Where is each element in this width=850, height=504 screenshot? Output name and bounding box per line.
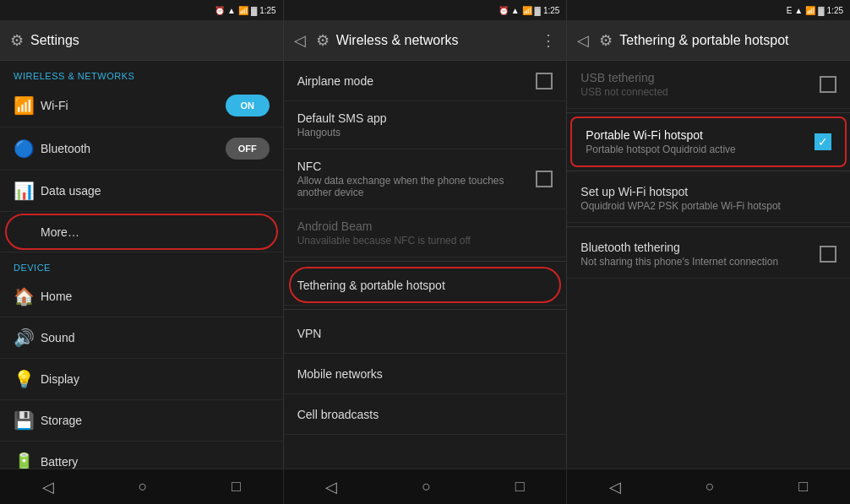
wifi-toggle-on[interactable]: ON <box>226 95 270 117</box>
tethering-back-icon[interactable]: ◁ <box>577 31 589 50</box>
nfc-checkbox-box[interactable] <box>536 171 553 187</box>
tethering-title: Tethering & portable hotspot <box>297 279 553 292</box>
time-1: 1:25 <box>259 6 275 15</box>
bluetooth-toggle[interactable]: OFF <box>226 138 270 160</box>
airplane-mode-title: Airplane mode <box>297 74 537 88</box>
wireless-section-label: WIRELESS & NETWORKS <box>0 61 283 84</box>
bluetooth-title: Bluetooth <box>41 142 226 155</box>
bt-tethering-item[interactable]: Bluetooth tethering Not sharing this pho… <box>567 230 850 279</box>
vpn-item[interactable]: VPN <box>284 313 567 354</box>
wireless-gear-icon: ⚙ <box>316 31 330 50</box>
panel-wireless: ◁ ⚙ Wireless & networks ⋮ Airplane mode … <box>284 20 568 469</box>
airplane-checkbox[interactable] <box>536 73 553 89</box>
hotspot-divider <box>567 112 850 113</box>
portable-hotspot-subtitle: Portable hotspot Oquidroid active <box>586 144 815 155</box>
default-sms-item[interactable]: Default SMS app Hangouts <box>284 101 567 149</box>
nfc-subtitle: Allow data exchange when the phone touch… <box>297 175 537 198</box>
data-usage-icon: 📊 <box>14 181 41 201</box>
nfc-checkbox[interactable] <box>536 171 553 187</box>
default-sms-subtitle: Hangouts <box>297 127 553 138</box>
sound-item[interactable]: 🔊 Sound <box>0 317 283 359</box>
bt-tethering-checkbox-box[interactable] <box>820 246 836 263</box>
storage-icon: 💾 <box>14 410 41 431</box>
tethering-divider <box>284 261 567 262</box>
home-button-3[interactable]: ○ <box>692 471 728 502</box>
alarm-icon-2: ⏰ <box>499 6 509 15</box>
mobile-networks-item[interactable]: Mobile networks <box>284 354 567 394</box>
bluetooth-item[interactable]: 🔵 Bluetooth OFF <box>0 127 283 171</box>
bluetooth-icon: 🔵 <box>14 138 41 159</box>
recent-button-1[interactable]: □ <box>218 471 254 502</box>
setup-hotspot-subtitle: Oquidroid WPA2 PSK portable Wi-Fi hotspo… <box>580 200 836 212</box>
portable-hotspot-checkbox-box[interactable]: ✓ <box>815 133 831 150</box>
alarm-icon-3: E <box>787 6 793 15</box>
bt-tethering-checkbox[interactable] <box>820 246 836 263</box>
bt-tethering-title: Bluetooth tethering <box>580 241 820 254</box>
back-button-2[interactable]: ◁ <box>312 471 351 503</box>
panel-settings: ⚙ Settings WIRELESS & NETWORKS 📶 Wi-Fi O… <box>0 20 284 469</box>
back-button-3[interactable]: ◁ <box>596 471 635 503</box>
tethering-header: ◁ ⚙ Tethering & portable hotspot <box>567 20 850 61</box>
wifi-toggle[interactable]: ON <box>226 95 270 117</box>
display-item[interactable]: 💡 Display <box>0 359 283 400</box>
signal-icon-2: ▲ <box>511 6 520 15</box>
nav-bars: ◁ ○ □ ◁ ○ □ ◁ ○ □ <box>0 469 850 504</box>
setup-hotspot-title: Set up Wi-Fi hotspot <box>580 185 836 198</box>
recent-button-3[interactable]: □ <box>785 471 821 502</box>
tethering-item[interactable]: Tethering & portable hotspot <box>284 265 567 306</box>
more-item[interactable]: More… <box>0 212 283 252</box>
mobile-networks-title: Mobile networks <box>297 367 553 381</box>
settings-title: Settings <box>30 33 273 48</box>
battery-icon: ▓ <box>251 6 257 15</box>
status-bar-3: E ▲ 📶 ▓ 1:25 <box>567 0 850 20</box>
home-item[interactable]: 🏠 Home <box>0 276 283 317</box>
time-3: 1:25 <box>827 6 843 15</box>
wireless-title: Wireless & networks <box>336 33 535 48</box>
status-icons-3: E ▲ 📶 ▓ 1:25 <box>787 6 843 15</box>
settings-content: WIRELESS & NETWORKS 📶 Wi-Fi ON 🔵 Bluetoo… <box>0 61 283 469</box>
tethering-content: USB tethering USB not connected Portable… <box>567 61 850 469</box>
portable-hotspot-wrapper: Portable Wi-Fi hotspot Portable hotspot … <box>570 117 847 167</box>
display-title: Display <box>41 372 270 386</box>
recent-button-2[interactable]: □ <box>502 471 538 502</box>
battery-icon-item: 🔋 <box>14 452 41 469</box>
usb-tethering-checkbox <box>820 76 836 93</box>
android-beam-item: Android Beam Unavailable because NFC is … <box>284 209 567 257</box>
portable-hotspot-title: Portable Wi-Fi hotspot <box>586 128 815 142</box>
status-icons-1: ⏰ ▲ 📶 ▓ 1:25 <box>215 6 276 15</box>
storage-item[interactable]: 💾 Storage <box>0 400 283 442</box>
battery-icon-3: ▓ <box>818 6 824 15</box>
battery-item[interactable]: 🔋 Battery <box>0 442 283 469</box>
wifi-item[interactable]: 📶 Wi-Fi ON <box>0 84 283 127</box>
usb-tethering-title: USB tethering <box>580 71 820 84</box>
bt-tethering-subtitle: Not sharing this phone's Internet connec… <box>580 256 820 268</box>
bt-tethering-divider <box>567 226 850 227</box>
nav-bar-3: ◁ ○ □ <box>567 469 850 504</box>
tethering-panel-title: Tethering & portable hotspot <box>619 33 840 48</box>
tethering-gear-icon: ⚙ <box>599 31 613 50</box>
airplane-checkbox-box[interactable] <box>536 73 553 89</box>
wireless-back-icon[interactable]: ◁ <box>294 31 306 50</box>
android-beam-subtitle: Unavailable because NFC is turned off <box>297 235 553 247</box>
data-usage-title: Data usage <box>41 184 270 198</box>
portable-hotspot-checkbox[interactable]: ✓ <box>815 133 831 150</box>
data-usage-item[interactable]: 📊 Data usage <box>0 171 283 212</box>
home-button-1[interactable]: ○ <box>124 471 161 502</box>
display-icon: 💡 <box>14 369 41 389</box>
nfc-item[interactable]: NFC Allow data exchange when the phone t… <box>284 149 567 209</box>
cell-broadcasts-item[interactable]: Cell broadcasts <box>284 394 567 435</box>
setup-hotspot-item[interactable]: Set up Wi-Fi hotspot Oquidroid WPA2 PSK … <box>567 175 850 223</box>
status-bar-1: ⏰ ▲ 📶 ▓ 1:25 <box>0 0 284 20</box>
portable-hotspot-item[interactable]: Portable Wi-Fi hotspot Portable hotspot … <box>570 117 847 167</box>
nav-bar-2: ◁ ○ □ <box>284 469 568 504</box>
wifi-icon-item: 📶 <box>14 95 41 116</box>
airplane-mode-item[interactable]: Airplane mode <box>284 61 567 101</box>
home-button-2[interactable]: ○ <box>408 471 444 502</box>
wireless-content: Airplane mode Default SMS app Hangouts N… <box>284 61 567 469</box>
sound-icon: 🔊 <box>14 328 41 348</box>
back-button-1[interactable]: ◁ <box>29 471 68 503</box>
settings-header: ⚙ Settings <box>0 20 283 61</box>
wireless-more-icon[interactable]: ⋮ <box>541 31 556 50</box>
bluetooth-toggle-off[interactable]: OFF <box>226 138 270 160</box>
sound-title: Sound <box>41 331 270 344</box>
